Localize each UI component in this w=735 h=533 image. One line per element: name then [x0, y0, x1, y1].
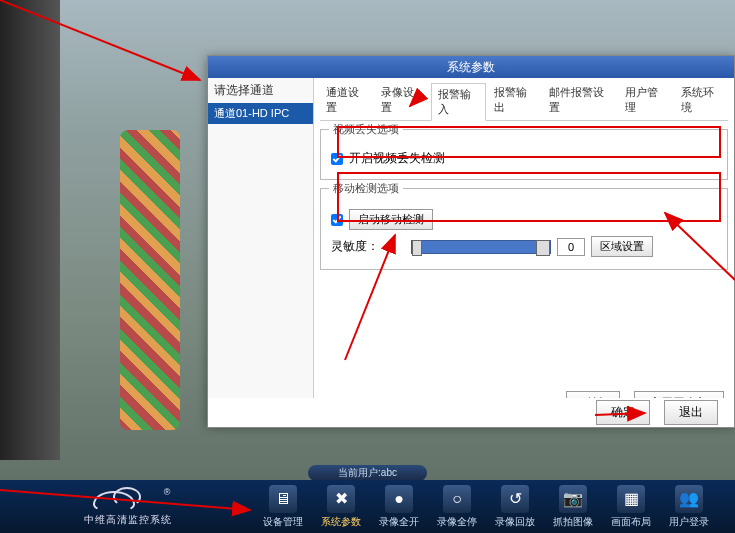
- video-loss-group: 视频丢失选项 开启视频丢失检测: [320, 129, 728, 180]
- tab-alarm-output[interactable]: 报警输出: [488, 82, 541, 120]
- dock-icon-0: 🖥: [269, 485, 297, 513]
- sensitivity-label: 灵敏度：: [331, 238, 379, 255]
- video-loss-title: 视频丢失选项: [329, 122, 403, 137]
- dock-label-3: 录像全停: [437, 515, 477, 529]
- tab-email-alarm[interactable]: 邮件报警设置: [543, 82, 617, 120]
- current-user-text: 当前用户:abc: [308, 465, 427, 481]
- dock-icon-2: ●: [385, 485, 413, 513]
- cloudsee-logo-icon: [93, 487, 163, 511]
- dialog-footer: 确定 退出: [207, 398, 735, 428]
- dock-label-4: 录像回放: [495, 515, 535, 529]
- dock-label-7: 用户登录: [669, 515, 709, 529]
- dock-icon-5: 📷: [559, 485, 587, 513]
- dock-icon-4: ↺: [501, 485, 529, 513]
- dock-label-6: 画面布局: [611, 515, 651, 529]
- tab-alarm-input[interactable]: 报警输入: [431, 83, 486, 121]
- registered-mark: ®: [164, 487, 171, 497]
- ok-button[interactable]: 确定: [596, 400, 650, 425]
- motion-detect-group: 移动检测选项 启动移动检测 灵敏度： 区域设置: [320, 188, 728, 270]
- dock-label-0: 设备管理: [263, 515, 303, 529]
- sensitivity-input[interactable]: [557, 238, 585, 256]
- logo-area: ® 中维高清监控系统: [0, 487, 255, 527]
- dock-item-1[interactable]: ✖系统参数: [321, 485, 361, 529]
- bottom-dock: ® 中维高清监控系统 🖥设备管理✖系统参数●录像全开○录像全停↺录像回放📷抓拍图…: [0, 480, 735, 533]
- dock-icon-3: ○: [443, 485, 471, 513]
- system-params-dialog: 系统参数 请选择通道 通道01-HD IPC 通道设置 录像设置 报警输入 报警…: [207, 55, 735, 425]
- dock-label-2: 录像全开: [379, 515, 419, 529]
- dock-item-0[interactable]: 🖥设备管理: [263, 485, 303, 529]
- tab-system-env[interactable]: 系统环境: [675, 82, 728, 120]
- tab-bar: 通道设置 录像设置 报警输入 报警输出 邮件报警设置 用户管理 系统环境: [320, 82, 728, 121]
- current-user-bar: 当前用户:abc: [0, 466, 735, 480]
- dock-item-4[interactable]: ↺录像回放: [495, 485, 535, 529]
- dialog-title: 系统参数: [208, 56, 734, 78]
- dock-icon-6: ▦: [617, 485, 645, 513]
- dock-icon-1: ✖: [327, 485, 355, 513]
- sidebar-title: 请选择通道: [208, 78, 313, 103]
- channel-sidebar: 请选择通道 通道01-HD IPC: [208, 78, 314, 424]
- dock-label-5: 抓拍图像: [553, 515, 593, 529]
- motion-detect-title: 移动检测选项: [329, 181, 403, 196]
- dock-item-2[interactable]: ●录像全开: [379, 485, 419, 529]
- tab-channel-settings[interactable]: 通道设置: [320, 82, 373, 120]
- dock-item-5[interactable]: 📷抓拍图像: [553, 485, 593, 529]
- tab-user-mgmt[interactable]: 用户管理: [619, 82, 672, 120]
- sensitivity-slider[interactable]: [411, 240, 551, 254]
- dock-icon-7: 👥: [675, 485, 703, 513]
- channel-item-01[interactable]: 通道01-HD IPC: [208, 103, 313, 124]
- slider-thumb-right[interactable]: [536, 240, 550, 256]
- exit-button[interactable]: 退出: [664, 400, 718, 425]
- tab-record-settings[interactable]: 录像设置: [375, 82, 428, 120]
- logo-subtitle: 中维高清监控系统: [84, 513, 172, 527]
- dock-label-1: 系统参数: [321, 515, 361, 529]
- slider-thumb-left[interactable]: [412, 240, 422, 256]
- video-loss-checkbox[interactable]: [331, 153, 343, 165]
- dock-item-7[interactable]: 👥用户登录: [669, 485, 709, 529]
- video-loss-label: 开启视频丢失检测: [349, 150, 445, 167]
- motion-detect-checkbox[interactable]: [331, 214, 343, 226]
- motion-start-button[interactable]: 启动移动检测: [349, 209, 433, 230]
- dock-item-6[interactable]: ▦画面布局: [611, 485, 651, 529]
- dock-item-3[interactable]: ○录像全停: [437, 485, 477, 529]
- region-settings-button[interactable]: 区域设置: [591, 236, 653, 257]
